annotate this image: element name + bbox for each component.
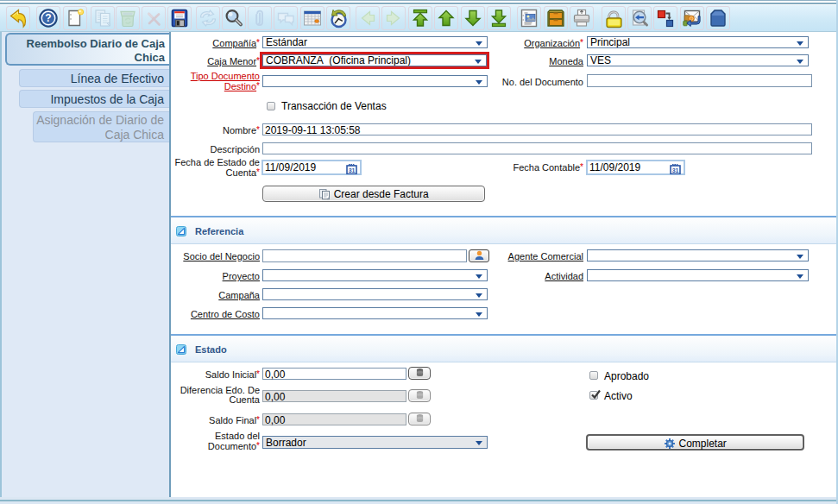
svg-text:?: ? <box>45 12 51 24</box>
svg-text:31: 31 <box>672 167 679 173</box>
svg-text:31: 31 <box>349 167 356 173</box>
